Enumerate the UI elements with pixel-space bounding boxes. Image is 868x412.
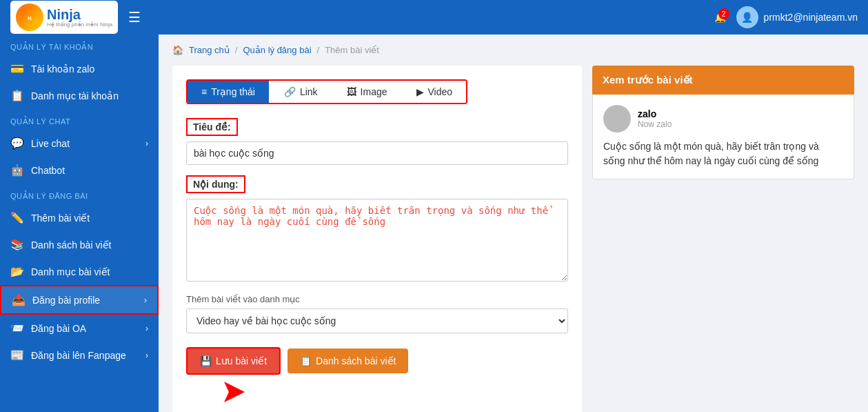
chevron-right-icon: › <box>145 351 148 360</box>
chat-icon: 💬 <box>10 137 24 150</box>
title-label: Tiêu đề: <box>186 118 238 136</box>
sidebar-item-label: Danh mục bài viết <box>31 266 110 277</box>
list-icon: 📋 <box>10 89 24 102</box>
sidebar-item-live-chat[interactable]: 💬 Live chat › <box>0 130 159 157</box>
breadcrumb-quan-ly[interactable]: Quản lý đăng bài <box>243 45 311 55</box>
breadcrumb-separator: / <box>235 45 238 55</box>
tab-label: Trạng thái <box>211 86 255 97</box>
preview-body: zalo Now zalo Cuộc sống là một món quà, … <box>592 95 854 179</box>
sidebar-item-them-bai-viet[interactable]: ✏️ Thêm bài viết <box>0 204 159 231</box>
video-icon: ▶ <box>416 86 424 97</box>
ninja-logo: N Ninja Hệ thống phần mềm Ninja <box>16 3 112 31</box>
sidebar-item-label: Danh mục tài khoản <box>31 90 119 101</box>
sidebar-item-dang-bai-fanpage[interactable]: 📰 Đăng bài lên Fanpage › <box>0 342 159 369</box>
svg-text:N: N <box>28 15 31 21</box>
sidebar-item-label: Thêm bài viết <box>31 213 90 224</box>
preview-header: Xem trước bài viết <box>592 66 854 95</box>
sidebar-item-tai-khoan-zalo[interactable]: 💳 Tài khoản zalo <box>0 55 159 82</box>
sidebar-item-danh-sach-bai-viet[interactable]: 📚 Danh sách bài viết <box>0 231 159 258</box>
logo-area: N Ninja Hệ thống phần mềm Ninja <box>10 1 118 34</box>
content-group: Nội dung: Cuộc sống là một món quà, hãy … <box>186 175 568 284</box>
brand-tagline: Hệ thống phần mềm Ninja <box>47 21 112 28</box>
title-group: Tiêu đề: <box>186 118 568 165</box>
upload-icon: 📤 <box>12 293 26 306</box>
avatar: 👤 <box>736 6 758 28</box>
tab-trang-thai[interactable]: ≡ Trạng thái <box>188 81 269 103</box>
sidebar-item-danh-muc-bai-viet[interactable]: 📂 Danh mục bài viết <box>0 258 159 285</box>
preview-user: zalo Now zalo <box>603 105 843 133</box>
sidebar-item-label: Đăng bài profile <box>32 295 100 306</box>
preview-time: Now zalo <box>638 119 672 129</box>
svg-marker-2 <box>224 382 245 402</box>
preview-avatar <box>603 105 631 133</box>
category-select[interactable]: Video hay về bài học cuộc sống <box>186 308 568 333</box>
hamburger-menu[interactable]: ☰ <box>128 9 141 26</box>
link-icon: 🔗 <box>284 86 296 97</box>
list-icon: ≡ <box>201 86 207 97</box>
main-content: 🏠 Trang chủ / Quản lý đăng bài / Thêm bà… <box>159 35 868 412</box>
ninja-emblem: N <box>16 3 43 31</box>
content-textarea[interactable]: Cuộc sống là một món quà, hãy biết trân … <box>186 199 568 282</box>
list-button[interactable]: 📋 Danh sách bài viết <box>287 349 408 373</box>
notification-badge: 2 <box>718 8 729 19</box>
book-icon: 📚 <box>10 238 24 251</box>
chevron-right-icon: › <box>145 324 148 333</box>
section-post: QUẢN LÝ ĐĂNG BÀI <box>0 184 159 204</box>
chevron-right-icon: › <box>145 139 148 148</box>
preview-area: Xem trước bài viết zalo Now zalo <box>592 66 854 412</box>
tab-video[interactable]: ▶ Video <box>403 81 467 103</box>
save-label: Lưu bài viết <box>216 355 267 366</box>
send-icon: 📨 <box>10 322 24 335</box>
sidebar-item-label: Tài khoản zalo <box>31 63 94 75</box>
edit-icon: ✏️ <box>10 211 24 224</box>
layout: QUẢN LÝ TÀI KHOẢN 💳 Tài khoản zalo 📋 Dan… <box>0 35 868 412</box>
navbar-right: 🔔 2 👤 prmkt2@ninjateam.vn <box>714 6 858 28</box>
credit-card-icon: 💳 <box>10 62 24 75</box>
sidebar-item-label: Live chat <box>31 138 70 149</box>
breadcrumb-trang-chu[interactable]: Trang chủ <box>189 45 230 55</box>
tab-link[interactable]: 🔗 Link <box>270 81 332 103</box>
preview-username: zalo <box>638 108 672 119</box>
notification-button[interactable]: 🔔 2 <box>714 12 726 23</box>
navbar: N Ninja Hệ thống phần mềm Ninja ☰ 🔔 2 👤 … <box>0 0 868 35</box>
preview-content: Cuộc sống là một món quà, hãy biết trân … <box>603 139 843 168</box>
save-button[interactable]: 💾 Lưu bài viết <box>186 347 281 375</box>
tab-label: Image <box>361 86 387 97</box>
svg-point-3 <box>614 113 620 119</box>
sidebar-item-danh-muc-tai-khoan[interactable]: 📋 Danh mục tài khoản <box>0 82 159 109</box>
sidebar-item-chatbot[interactable]: 🤖 Chatbot <box>0 157 159 184</box>
preview-title: Xem trước bài viết <box>603 74 693 86</box>
navbar-left: N Ninja Hệ thống phần mềm Ninja ☰ <box>10 1 141 34</box>
tab-label: Video <box>428 86 453 97</box>
list-label: Danh sách bài viết <box>316 355 396 366</box>
list-icon: 📋 <box>300 355 312 366</box>
image-icon: 🖼 <box>347 86 356 97</box>
category-label: Thêm bài viết vào danh mục <box>186 294 568 304</box>
content-grid: ≡ Trạng thái 🔗 Link 🖼 Image ▶ Video <box>172 66 854 412</box>
brand-name: Ninja <box>47 8 112 21</box>
chevron-right-icon: › <box>144 295 147 305</box>
title-input[interactable] <box>186 141 568 165</box>
tabs: ≡ Trạng thái 🔗 Link 🖼 Image ▶ Video <box>186 79 467 104</box>
ninja-brand: Ninja Hệ thống phần mềm Ninja <box>47 8 112 28</box>
sidebar-item-label: Danh sách bài viết <box>31 239 111 251</box>
tab-image[interactable]: 🖼 Image <box>333 81 401 103</box>
user-info[interactable]: 👤 prmkt2@ninjateam.vn <box>736 6 858 28</box>
sidebar-item-label: Chatbot <box>31 165 65 176</box>
button-group: 💾 Lưu bài viết 📋 Danh sách bài viết <box>186 347 568 375</box>
home-icon: 🏠 <box>172 45 183 55</box>
arrow-indicator <box>186 378 568 411</box>
sidebar-item-dang-bai-profile[interactable]: 📤 Đăng bài profile › <box>0 285 159 315</box>
sidebar-item-label: Đăng bài lên Fanpage <box>31 350 126 361</box>
robot-icon: 🤖 <box>10 164 24 177</box>
sidebar-item-label: Đăng bài OA <box>31 323 86 334</box>
form-area: ≡ Trạng thái 🔗 Link 🖼 Image ▶ Video <box>172 66 582 412</box>
newspaper-icon: 📰 <box>10 349 24 362</box>
breadcrumb-separator: / <box>317 45 320 55</box>
sidebar: QUẢN LÝ TÀI KHOẢN 💳 Tài khoản zalo 📋 Dan… <box>0 35 159 412</box>
category-group: Thêm bài viết vào danh mục Video hay về … <box>186 294 568 333</box>
content-label: Nội dung: <box>186 175 245 193</box>
breadcrumb-current: Thêm bài viết <box>325 45 379 55</box>
sidebar-item-dang-bai-oa[interactable]: 📨 Đăng bài OA › <box>0 315 159 342</box>
preview-user-info: zalo Now zalo <box>638 108 672 129</box>
